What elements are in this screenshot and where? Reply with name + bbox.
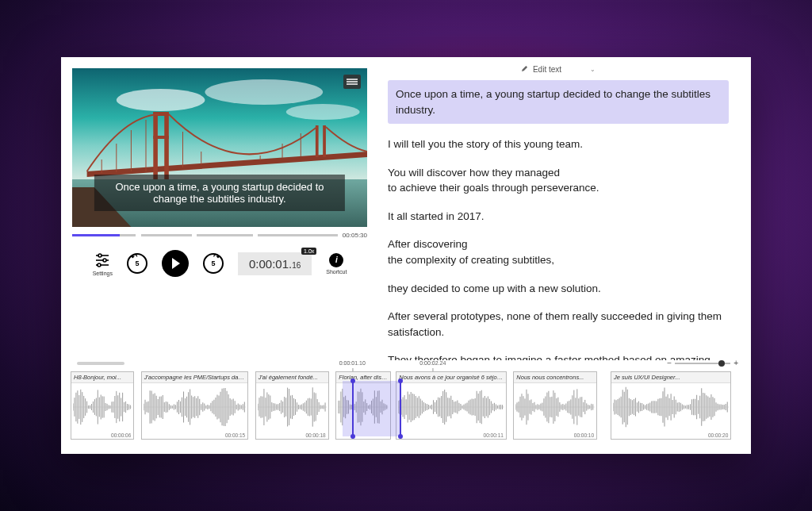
ruler-tick: 0:00:01.10 (339, 360, 366, 366)
sliders-icon (94, 252, 111, 269)
rewind-5-button[interactable]: 5 (127, 253, 147, 274)
transcript-block[interactable]: It all started in 2017. (388, 209, 729, 225)
speed-badge[interactable]: 1.0x (301, 248, 316, 255)
timecode-frac: 16 (292, 261, 301, 270)
top-split: Once upon a time, a young startup decide… (61, 57, 751, 360)
svg-point-25 (98, 254, 102, 257)
transcript-block[interactable]: Once upon a time, a young startup decide… (388, 80, 729, 124)
waveform (398, 385, 504, 429)
waveform (258, 385, 327, 429)
clip-duration: 00:00:10 (574, 432, 594, 438)
clip-label: J'accompagne les PME/Startups dans... (142, 372, 247, 383)
clip-label: Je suis UX/UI Designer... (611, 372, 730, 383)
svg-point-29 (98, 263, 101, 267)
progress-fill (72, 234, 120, 236)
clip-duration: 00:00:15 (225, 432, 245, 438)
selection-region[interactable] (343, 381, 400, 436)
clip-label: Nous nous concentrons... (514, 372, 596, 383)
playhead-marker[interactable] (400, 381, 401, 436)
svg-rect-12 (323, 125, 326, 157)
video-duration: 00:05:30 (343, 232, 367, 239)
transcript-block[interactable]: After discovering the complexity of crea… (388, 236, 729, 267)
transcript-panel[interactable]: Edit text ⌄ Once upon a time, a young st… (378, 57, 751, 360)
timeline-ruler: 0:00:01.10 0:00:02.24 (71, 360, 741, 371)
video-panel: Once upon a time, a young startup decide… (61, 57, 378, 360)
timeline-clip[interactable]: J'accompagne les PME/Startups dans...00:… (141, 371, 248, 440)
svg-point-27 (103, 259, 106, 262)
chevron-down-icon: ⌄ (590, 66, 596, 73)
waveform (515, 385, 595, 429)
svg-rect-11 (316, 125, 319, 157)
pencil-icon (521, 65, 528, 74)
transcript-block[interactable]: You will discover how they managed to ac… (388, 165, 729, 196)
playhead[interactable] (352, 381, 354, 436)
clip-label: H8-Bonjour, moi... (71, 372, 133, 383)
waveform (73, 385, 132, 429)
timeline-clip[interactable]: Nous nous concentrons...00:00:10 (513, 371, 597, 440)
progress-row: 00:05:30 (72, 232, 367, 239)
timeline-clip[interactable]: H8-Bonjour, moi...00:00:06 (71, 371, 134, 440)
shortcut-button[interactable]: i Shortcut (326, 253, 347, 275)
timeline-clip[interactable]: Je suis UX/UI Designer...00:00:20 (611, 371, 731, 440)
zoom-slider[interactable] (675, 363, 730, 364)
video-preview[interactable]: Once upon a time, a young startup decide… (72, 68, 367, 227)
zoom-in-icon[interactable]: + (733, 359, 738, 367)
waveform (144, 385, 246, 429)
playback-controls: Settings 5 5 0:00:01.16 1.0x i Shortcut (72, 250, 367, 277)
waveform (613, 385, 729, 429)
timeline-clip[interactable]: Nous avons à ce jour organisé 6 séjours … (396, 371, 507, 440)
svg-rect-7 (153, 112, 158, 179)
svg-rect-8 (164, 112, 169, 179)
clips-track: H8-Bonjour, moi...00:00:06J'accompagne l… (71, 371, 741, 444)
info-icon: i (329, 253, 343, 267)
play-button[interactable] (162, 250, 189, 277)
forward-5-button[interactable]: 5 (203, 253, 224, 274)
edit-mode-label: Edit text (533, 65, 561, 74)
svg-point-3 (286, 104, 360, 120)
timecode-display[interactable]: 0:00:01.16 1.0x (238, 252, 312, 275)
transcript-block[interactable]: After several prototypes, none of them r… (388, 309, 729, 340)
timeline-clip[interactable]: J'ai également fondé...00:00:18 (255, 371, 329, 440)
video-menu-icon[interactable] (343, 75, 361, 89)
progress-bar[interactable] (72, 234, 338, 236)
settings-button[interactable]: Settings (93, 252, 113, 276)
svg-point-1 (117, 89, 205, 111)
clip-duration: 00:00:18 (305, 432, 325, 438)
zoom-control[interactable]: − + (667, 359, 738, 367)
clip-duration: 00:00:11 (484, 432, 504, 438)
edit-mode-dropdown[interactable]: Edit text ⌄ (388, 65, 729, 74)
transcript-block[interactable]: they decided to come up with a new solut… (388, 281, 729, 297)
timecode-main: 0:00:01. (249, 257, 292, 271)
ruler-tick: 0:00:02.24 (419, 360, 446, 366)
zoom-out-icon[interactable]: − (667, 359, 672, 367)
clip-label: Nous avons à ce jour organisé 6 séjours … (396, 372, 506, 383)
clip-label: J'ai également fondé... (256, 372, 328, 383)
timeline[interactable]: 0:00:01.10 0:00:02.24 − + H8-Bonjour, mo… (61, 360, 751, 454)
transcript-block[interactable]: I will tell you the story of this young … (388, 136, 729, 152)
video-caption: Once upon a time, a young startup decide… (94, 175, 345, 211)
transcript-list: Once upon a time, a young startup decide… (388, 80, 729, 360)
clip-duration: 00:00:20 (708, 432, 728, 438)
svg-rect-10 (153, 136, 169, 139)
app-window: Once upon a time, a young startup decide… (61, 57, 751, 454)
clip-duration: 00:00:06 (111, 432, 131, 438)
svg-point-2 (205, 79, 323, 105)
